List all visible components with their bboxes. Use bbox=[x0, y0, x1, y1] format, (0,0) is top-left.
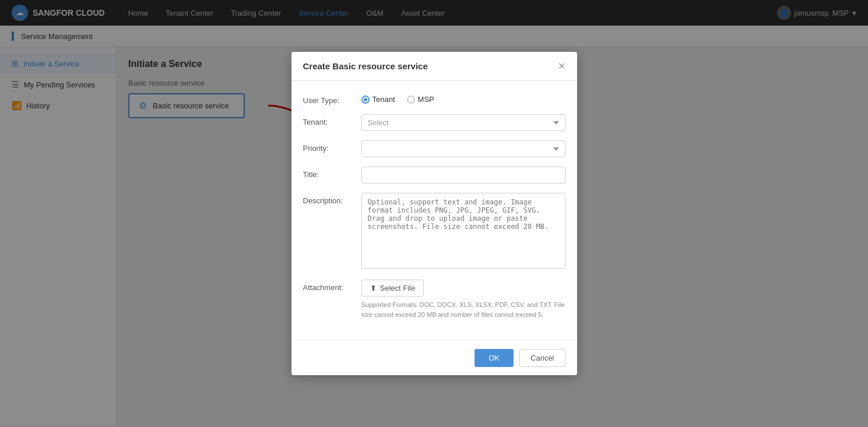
priority-select[interactable] bbox=[361, 140, 565, 157]
dialog-title: Create Basic resource service bbox=[303, 61, 428, 71]
msp-radio-option[interactable]: MSP bbox=[407, 95, 434, 104]
close-button[interactable]: ✕ bbox=[558, 62, 565, 71]
ok-button[interactable]: OK bbox=[475, 349, 514, 367]
description-label: Description: bbox=[303, 193, 361, 205]
title-label: Title: bbox=[303, 167, 361, 179]
select-file-label: Select File bbox=[380, 284, 416, 292]
user-type-row: User Type: Tenant MSP bbox=[303, 93, 565, 105]
title-input[interactable] bbox=[361, 167, 565, 183]
attachment-hint: Supported Formats: DOC, DOCX, XLS, XLSX,… bbox=[361, 300, 565, 319]
priority-label: Priority: bbox=[303, 140, 361, 153]
tenant-label: Tenant: bbox=[303, 114, 361, 126]
user-type-label: User Type: bbox=[303, 93, 361, 105]
description-row: Description: bbox=[303, 193, 565, 270]
select-file-button[interactable]: ⬆ Select File bbox=[361, 280, 424, 297]
title-field bbox=[361, 167, 565, 183]
tenant-field: Select bbox=[361, 114, 565, 131]
cancel-button[interactable]: Cancel bbox=[519, 349, 565, 367]
attachment-field: ⬆ Select File Supported Formats: DOC, DO… bbox=[361, 280, 565, 319]
tenant-radio-label: Tenant bbox=[372, 95, 395, 104]
priority-row: Priority: bbox=[303, 140, 565, 157]
dialog-body: User Type: Tenant MSP Tenant: bbox=[291, 81, 577, 340]
user-type-options: Tenant MSP bbox=[361, 93, 565, 104]
priority-field bbox=[361, 140, 565, 157]
description-textarea[interactable] bbox=[361, 193, 565, 269]
msp-radio-dot bbox=[407, 96, 415, 104]
tenant-radio-option[interactable]: Tenant bbox=[361, 95, 395, 104]
tenant-select[interactable]: Select bbox=[361, 114, 565, 131]
tenant-radio-dot bbox=[361, 96, 370, 104]
modal-overlay: Create Basic resource service ✕ User Typ… bbox=[0, 0, 868, 425]
dialog-header: Create Basic resource service ✕ bbox=[291, 52, 577, 81]
attachment-row: Attachment: ⬆ Select File Supported Form… bbox=[303, 280, 565, 319]
msp-radio-label: MSP bbox=[418, 95, 434, 104]
dialog-footer: OK Cancel bbox=[291, 340, 577, 375]
title-row: Title: bbox=[303, 167, 565, 183]
dialog: Create Basic resource service ✕ User Typ… bbox=[291, 52, 577, 375]
attachment-label: Attachment: bbox=[303, 280, 361, 292]
tenant-row: Tenant: Select bbox=[303, 114, 565, 131]
description-field bbox=[361, 193, 565, 270]
upload-icon: ⬆ bbox=[370, 284, 377, 292]
